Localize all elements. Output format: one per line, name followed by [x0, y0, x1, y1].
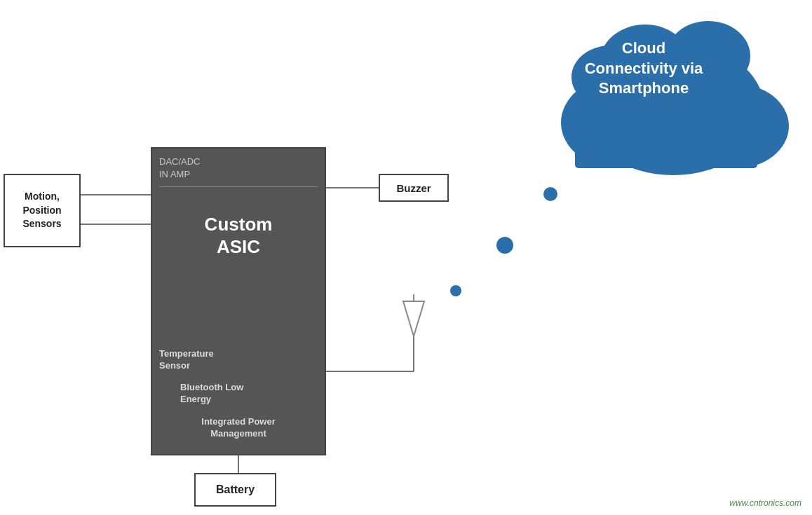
buzzer-box: Buzzer — [379, 174, 449, 202]
asic-bottom: Temperature Sensor Bluetooth Low Energy … — [159, 327, 318, 447]
power-mgmt-label: Integrated Power Management — [159, 416, 318, 440]
asic-top: DAC/ADC IN AMP — [159, 156, 318, 187]
sensors-label: Motion, Position Sensors — [22, 190, 61, 231]
temp-sensor-label: Temperature Sensor — [159, 348, 318, 372]
cloud-line3: Smartphone — [599, 79, 689, 97]
ble-label: Bluetooth Low Energy — [180, 382, 318, 406]
cloud-line1: Cloud — [622, 39, 665, 57]
dot-1 — [543, 187, 557, 201]
dot-3 — [450, 285, 461, 296]
battery-box: Battery — [194, 473, 276, 507]
cloud-text: Cloud Connectivity via Smartphone — [567, 39, 721, 99]
buzzer-label: Buzzer — [396, 182, 431, 194]
sensors-box: Motion, Position Sensors — [4, 174, 81, 247]
dac-adc-label: DAC/ADC IN AMP — [159, 156, 318, 181]
cloud-line2: Connectivity via — [585, 60, 703, 77]
antenna-triangle — [403, 301, 424, 336]
asic-title: Custom ASIC — [159, 214, 318, 257]
asic-box: DAC/ADC IN AMP Custom ASIC Temperature S… — [151, 147, 326, 455]
website-url: www.cntronics.com — [729, 498, 801, 508]
svg-rect-6 — [575, 91, 757, 168]
dot-2 — [496, 237, 513, 254]
battery-label: Battery — [216, 483, 255, 496]
